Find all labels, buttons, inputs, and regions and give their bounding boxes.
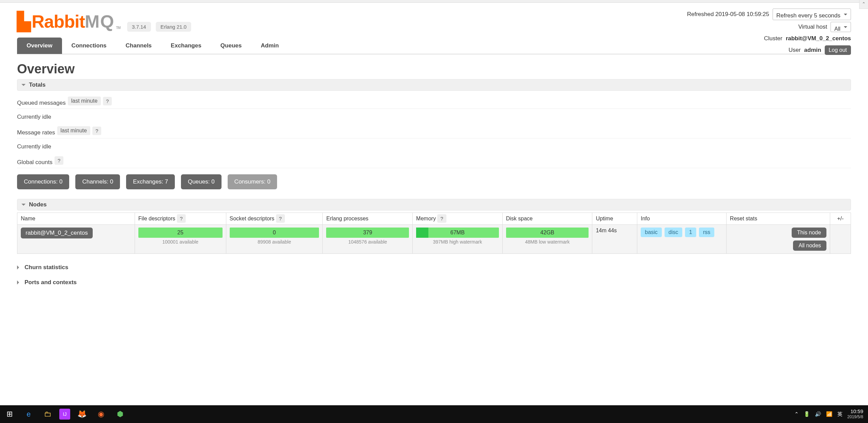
node-name-link[interactable]: rabbit@VM_0_2_centos <box>21 228 93 238</box>
taskbar-intellij-icon[interactable]: IJ <box>59 409 70 420</box>
tab-admin[interactable]: Admin <box>251 38 288 54</box>
tray-battery-icon[interactable]: 🔋 <box>804 411 810 417</box>
user-label: User <box>789 45 801 56</box>
th-reset[interactable]: Reset stats <box>726 213 830 225</box>
version-rabbitmq: 3.7.14 <box>127 22 151 32</box>
count-channels[interactable]: Channels: 0 <box>75 174 120 189</box>
chevron-down-icon <box>21 204 26 208</box>
cluster-label: Cluster <box>764 33 782 44</box>
section-churn-header[interactable]: Churn statistics <box>17 261 851 274</box>
refreshed-label: Refreshed 2019-05-08 10:59:25 <box>687 9 769 20</box>
windows-taskbar: ⊞ ｅ 🗀 IJ 🦊 ◉ ⬢ ⌃ 🔋 🔊 📶 英 10:59 2019/5/8 <box>0 405 868 423</box>
table-row: rabbit@VM_0_2_centos 25 100001 available… <box>17 225 851 254</box>
count-connections[interactable]: Connections: 0 <box>17 174 69 189</box>
logo-tm: TM <box>116 26 120 30</box>
section-totals-header[interactable]: Totals <box>17 79 851 91</box>
mem-help[interactable]: ? <box>437 214 446 223</box>
queued-messages-idle: Currently idle <box>17 114 851 120</box>
global-counts-help[interactable]: ? <box>55 156 63 165</box>
th-uptime[interactable]: Uptime <box>592 213 637 225</box>
th-sd[interactable]: Socket descriptors ? <box>226 213 323 225</box>
taskbar-edge-icon[interactable]: ｅ <box>21 407 36 422</box>
fd-bar: 25 <box>138 228 223 238</box>
message-rates-help[interactable]: ? <box>92 127 101 135</box>
chevron-down-icon <box>21 84 26 88</box>
fd-subtext: 100001 available <box>138 239 223 245</box>
vhost-select[interactable]: All <box>831 22 851 32</box>
chevron-right-icon <box>17 280 21 285</box>
global-counts-label: Global counts <box>17 159 52 166</box>
message-rates-range[interactable]: last minute <box>57 126 90 135</box>
tray-ime-indicator[interactable]: 英 <box>837 411 842 418</box>
logout-button[interactable]: Log out <box>825 45 851 55</box>
queued-messages-label: Queued messages <box>17 100 66 106</box>
section-nodes-header[interactable]: Nodes <box>17 199 851 210</box>
info-tag-disc[interactable]: disc <box>665 228 682 237</box>
tray-chevron-up-icon[interactable]: ⌃ <box>794 411 799 417</box>
logo-text-rabbit: Rabbit <box>32 11 85 32</box>
rabbitmq-logo[interactable]: ▙ RabbitMQ TM <box>17 11 120 32</box>
global-counts-row: Connections: 0 Channels: 0 Exchanges: 7 … <box>17 174 851 189</box>
rabbit-logo-icon: ▙ <box>17 11 30 32</box>
sd-bar: 0 <box>230 228 319 238</box>
fd-help[interactable]: ? <box>177 214 186 223</box>
ep-subtext: 1048576 available <box>326 239 409 245</box>
tab-exchanges[interactable]: Exchanges <box>161 38 211 54</box>
taskbar-explorer-icon[interactable]: 🗀 <box>40 407 55 422</box>
th-mem[interactable]: Memory ? <box>413 213 503 225</box>
taskbar-firefox-icon[interactable]: 🦊 <box>74 407 89 422</box>
refresh-interval-select[interactable]: Refresh every 5 seconds <box>773 9 851 20</box>
tab-overview[interactable]: Overview <box>17 38 62 54</box>
tray-clock[interactable]: 10:59 2019/5/8 <box>847 409 865 420</box>
ds-bar: 42GB <box>506 228 589 238</box>
count-consumers[interactable]: Consumers: 0 <box>228 174 277 189</box>
th-plusminus[interactable]: +/- <box>830 213 851 225</box>
chevron-right-icon <box>17 265 21 269</box>
tab-connections[interactable]: Connections <box>62 38 116 54</box>
version-erlang: Erlang 21.0 <box>156 22 192 32</box>
section-ports-header[interactable]: Ports and contexts <box>17 276 851 289</box>
tab-queues[interactable]: Queues <box>211 38 251 54</box>
reset-all-nodes-button[interactable]: All nodes <box>793 240 826 251</box>
scrollbar-up-icon[interactable]: ⌃ <box>859 0 868 9</box>
sd-subtext: 89908 available <box>230 239 319 245</box>
logo-text-mq: MQ <box>85 11 115 32</box>
tab-channels[interactable]: Channels <box>116 38 162 54</box>
info-tag-rss[interactable]: rss <box>699 228 714 237</box>
cluster-name: rabbit@VM_0_2_centos <box>786 33 851 44</box>
tray-volume-icon[interactable]: 🔊 <box>815 411 821 417</box>
th-ds[interactable]: Disk space <box>502 213 592 225</box>
queued-messages-range[interactable]: last minute <box>68 97 101 105</box>
th-ep[interactable]: Erlang processes <box>323 213 413 225</box>
start-button[interactable]: ⊞ <box>2 407 17 422</box>
taskbar-app-icon[interactable]: ◉ <box>93 407 108 422</box>
reset-this-node-button[interactable]: This node <box>792 228 826 238</box>
user-name: admin <box>804 45 821 56</box>
count-queues[interactable]: Queues: 0 <box>181 174 221 189</box>
th-name[interactable]: Name <box>17 213 135 225</box>
nodes-table: Name File descriptors ? Socket descripto… <box>17 213 851 254</box>
mem-bar: 67MB <box>416 228 499 238</box>
tray-wifi-icon[interactable]: 📶 <box>826 411 833 417</box>
vhost-label: Virtual host <box>798 21 827 32</box>
page-title: Overview <box>17 62 851 76</box>
th-info[interactable]: Info <box>637 213 727 225</box>
info-tag-1[interactable]: 1 <box>685 228 696 237</box>
mem-subtext: 397MB high watermark <box>416 239 499 245</box>
message-rates-label: Message rates <box>17 129 55 136</box>
sd-help[interactable]: ? <box>276 214 285 223</box>
uptime-cell: 14m 44s <box>592 225 637 254</box>
message-rates-idle: Currently idle <box>17 143 851 150</box>
queued-messages-help[interactable]: ? <box>103 97 112 105</box>
taskbar-app2-icon[interactable]: ⬢ <box>112 407 127 422</box>
ep-bar: 379 <box>326 228 409 238</box>
ds-subtext: 48MB low watermark <box>506 239 589 245</box>
info-tag-basic[interactable]: basic <box>641 228 661 237</box>
count-exchanges[interactable]: Exchanges: 7 <box>126 174 175 189</box>
th-fd[interactable]: File descriptors ? <box>135 213 226 225</box>
